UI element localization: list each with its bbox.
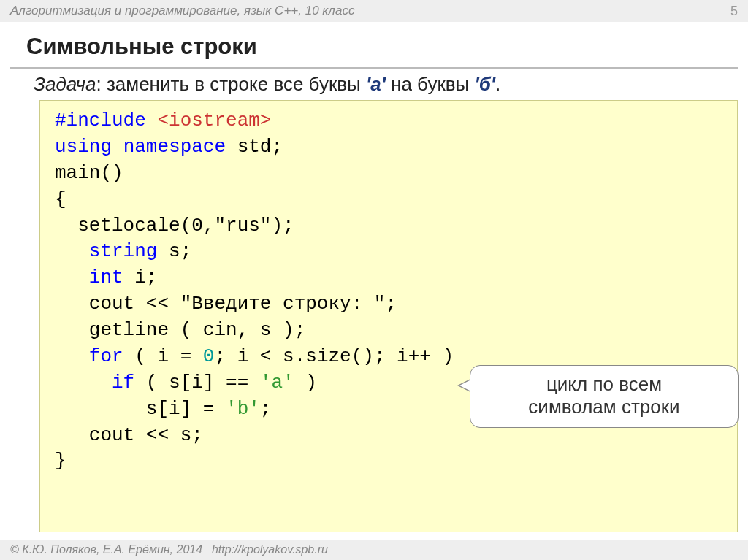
code-token: <iostream> (157, 110, 271, 131)
task-label: Задача (34, 73, 96, 95)
code-token: ; i < s.size(); i++ ) (214, 345, 454, 367)
code-line: { (55, 187, 722, 213)
code-token (55, 372, 112, 394)
callout-line: цикл по всем (484, 373, 725, 396)
code-token: for (89, 345, 123, 367)
code-token (55, 345, 89, 367)
code-token: s; (157, 240, 191, 262)
divider (10, 67, 738, 69)
code-line: main() (55, 161, 722, 187)
code-line: } (55, 448, 722, 475)
code-token: if (112, 372, 134, 394)
code-token: ) (294, 372, 317, 394)
footer-bar: © К.Ю. Поляков, Е.А. Ерёмин, 2014 http:/… (0, 540, 748, 560)
copyright: © К.Ю. Поляков, Е.А. Ерёмин, 2014 (10, 543, 202, 556)
code-token (55, 240, 89, 262)
code-line: getline ( cin, s ); (55, 318, 722, 344)
code-token: using (55, 136, 112, 158)
code-token: #include (55, 110, 157, 131)
code-token: 'а' (260, 372, 294, 394)
task-mid: на буквы (386, 73, 475, 95)
code-token: ; (260, 398, 272, 420)
code-token: int (89, 266, 123, 288)
code-line: setlocale(0,"rus"); (55, 213, 722, 239)
callout-line: символам строки (484, 396, 725, 418)
task-description: Задача: заменить в строке все буквы 'а' … (34, 73, 748, 96)
code-token: 'b' (226, 398, 260, 420)
footer-url: http://kpolyakov.spb.ru (212, 543, 328, 556)
task-char-a: 'а' (366, 73, 386, 95)
task-tail: . (495, 73, 500, 95)
task-body: : заменить в строке все буквы (96, 73, 366, 95)
code-token (55, 266, 89, 288)
code-token: namespace (123, 136, 226, 158)
code-token: ( s[i] == (134, 372, 260, 394)
code-token: string (89, 240, 158, 262)
code-token: ( i = (123, 345, 203, 367)
page-number: 5 (730, 4, 738, 19)
code-token (112, 136, 123, 158)
code-token: std; (226, 136, 283, 158)
code-token: i; (123, 266, 158, 288)
task-char-b: 'б' (475, 73, 495, 95)
code-line: cout << "Введите строку: "; (55, 291, 722, 318)
code-block: #include <iostream> using namespace std;… (39, 100, 738, 532)
slide-title: Символьные строки (26, 34, 748, 60)
code-token: s[i] = (55, 398, 226, 420)
header-bar: Алгоритмизация и программирование, язык … (0, 0, 748, 22)
callout-box: цикл по всем символам строки (470, 365, 739, 428)
breadcrumb: Алгоритмизация и программирование, язык … (10, 4, 354, 18)
code-token: 0 (203, 345, 215, 367)
